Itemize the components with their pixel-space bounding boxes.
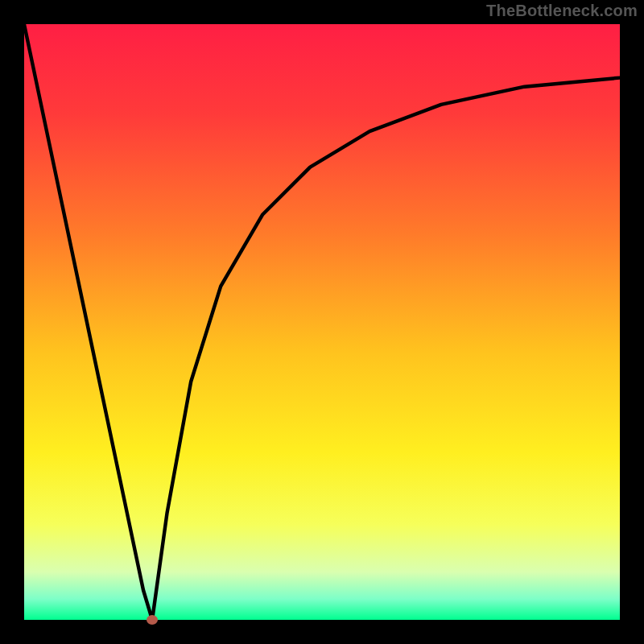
chart-frame: TheBottleneck.com <box>0 0 644 644</box>
bottleneck-curve <box>24 24 620 620</box>
plot-area <box>24 24 620 620</box>
optimum-marker <box>147 615 158 625</box>
attribution-text: TheBottleneck.com <box>486 2 638 20</box>
